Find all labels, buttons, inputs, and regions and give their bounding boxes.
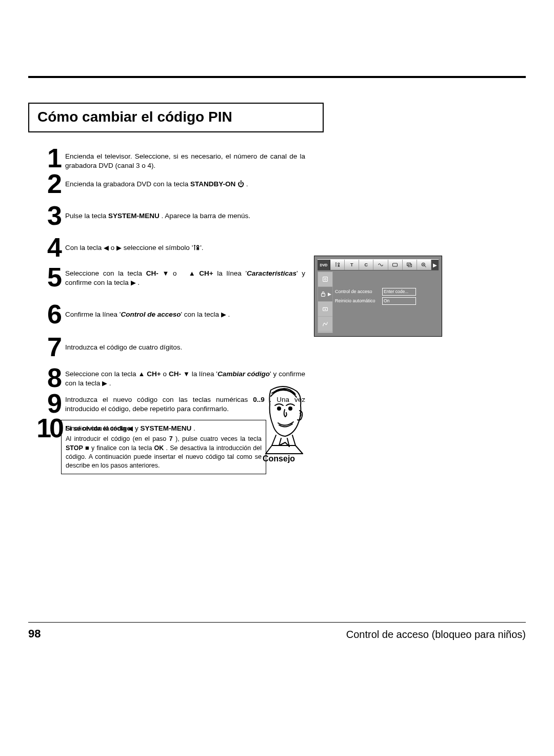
- text: . Aparece la barra de menús.: [160, 212, 250, 220]
- step-text: Encienda el televisor. Seleccione, si es…: [65, 145, 305, 170]
- text: Introduzca el nuevo código con las tecla…: [65, 396, 253, 403]
- key-label: CH+: [199, 269, 213, 277]
- step-text: Introduzca el código de cuatro dígitos.: [65, 334, 305, 352]
- svg-point-9: [324, 278, 326, 280]
- text: '.: [200, 244, 203, 251]
- osd-tab: [373, 260, 388, 270]
- right-icon: ▶: [221, 310, 226, 319]
- osd-arrow-icon: ▶: [431, 260, 439, 270]
- text: Con la tecla: [65, 244, 104, 251]
- right-icon: ▶: [116, 243, 122, 253]
- step-number: 2: [28, 170, 65, 197]
- features-symbol-icon: [193, 244, 200, 251]
- text: Seleccione con la tecla: [65, 370, 138, 378]
- osd-body: Control de acceso Enter code... Reinicio…: [334, 272, 439, 333]
- svg-rect-4: [393, 263, 398, 266]
- section-title-box: Cómo cambiar el código PIN: [28, 103, 324, 132]
- osd-row: Control de acceso Enter code...: [334, 287, 439, 296]
- menu-item: Control de acceso: [121, 311, 181, 318]
- page-number: 98: [28, 627, 41, 641]
- osd-tab: [388, 260, 403, 270]
- down-icon: ▼: [183, 370, 190, 379]
- step-4: 4 Con la tecla ◀ o ▶ seleccione el símbo…: [28, 234, 305, 261]
- osd-tab: [403, 260, 417, 270]
- svg-point-3: [338, 263, 339, 264]
- text: .: [136, 279, 140, 286]
- text: la línea ': [190, 370, 217, 378]
- tip-title: Si se olvida el código: [66, 424, 262, 433]
- osd-tab: [330, 260, 345, 270]
- key-label: SYSTEM-MENU: [108, 212, 160, 220]
- key-label: CH-: [169, 370, 181, 378]
- top-rule: [28, 76, 526, 78]
- osd-sidebar: ▶: [318, 272, 333, 333]
- text: Pulse la tecla: [65, 212, 108, 220]
- step-3: 3 Pulse la tecla SYSTEM-MENU . Aparece l…: [28, 202, 305, 229]
- text: .: [226, 311, 230, 318]
- osd-row-label: Control de acceso: [334, 289, 382, 294]
- key-label: CH-: [146, 269, 159, 277]
- key-label: OK: [154, 444, 164, 452]
- up-icon: ▲: [138, 370, 145, 379]
- text: seleccione el símbolo ': [122, 244, 193, 251]
- step-text: Seleccione con la tecla CH- ▼ o ▲ CH+ la…: [65, 264, 305, 287]
- osd-sidebar-icon: [318, 302, 332, 317]
- step-7: 7 Introduzca el código de cuatro dígitos…: [28, 334, 305, 360]
- svg-point-1: [278, 407, 281, 410]
- osd-dvd-label: DVD: [318, 260, 330, 270]
- osd-menu-bar: DVD T C ▶: [318, 259, 439, 270]
- osd-row-value: Enter code...: [382, 288, 416, 296]
- svg-point-12: [325, 308, 326, 309]
- step-number: 1: [28, 145, 65, 171]
- text: la línea ': [213, 269, 247, 277]
- step-number: 8: [28, 364, 65, 391]
- text: ' con la tecla: [181, 311, 221, 318]
- text: Encienda el televisor. Seleccione, si es…: [65, 152, 305, 169]
- osd-row-label: Reinicio automático: [334, 298, 382, 303]
- right-icon: ▶: [328, 292, 331, 297]
- osd-row: Reinicio automático On: [334, 296, 439, 305]
- step-text: Confirme la línea 'Control de acceso' co…: [65, 301, 305, 319]
- text: Encienda la grabadora DVD con la tecla: [65, 180, 190, 188]
- osd-screenshot: DVD T C ▶ ▶ Control de acceso Enter code…: [314, 256, 442, 337]
- down-icon: ▼: [162, 269, 169, 278]
- step-1: 1 Encienda el televisor. Seleccione, si …: [28, 145, 305, 171]
- tip-illustration: [261, 385, 307, 457]
- key-label: STOP: [66, 444, 83, 452]
- step-number: 4: [28, 234, 65, 261]
- step-text: Encienda la grabadora DVD con la tecla S…: [65, 170, 305, 189]
- text: .: [107, 379, 111, 387]
- text: Confirme la línea ': [65, 311, 121, 318]
- left-icon: ◀: [104, 243, 109, 253]
- step-number: 10: [28, 415, 65, 441]
- key-label: CH+: [147, 370, 161, 378]
- osd-sidebar-icon-selected: ▶: [318, 287, 332, 302]
- step-number: 7: [28, 334, 65, 360]
- step-ref: 7: [169, 435, 173, 442]
- svg-point-0: [197, 245, 199, 247]
- text: o: [161, 370, 169, 378]
- tip-box: Si se olvida el código Al introducir el …: [61, 420, 266, 474]
- osd-tab: C: [359, 260, 373, 270]
- step-number: 5: [28, 264, 65, 290]
- text: Seleccione con la tecla: [65, 269, 146, 277]
- text: .: [244, 180, 248, 188]
- key-label: STANDBY-ON: [190, 180, 235, 188]
- text: o: [109, 244, 116, 251]
- text: o: [169, 269, 181, 277]
- right-icon: ▶: [131, 278, 136, 287]
- step-text: Pulse la tecla SYSTEM-MENU . Aparece la …: [65, 202, 305, 221]
- osd-tab: [417, 260, 431, 270]
- footer-rule: [28, 622, 526, 623]
- svg-rect-8: [323, 277, 328, 282]
- svg-point-2: [289, 407, 292, 410]
- menu-item: Cambiar código: [217, 370, 270, 378]
- menu-item: Características: [247, 269, 296, 277]
- text: Introduzca el código de cuatro dígitos.: [65, 343, 182, 351]
- osd-row-value: On: [382, 297, 416, 305]
- osd-tab: T: [345, 260, 359, 270]
- step-text: Con la tecla ◀ o ▶ seleccione el símbolo…: [65, 234, 305, 253]
- step-number: 3: [28, 202, 65, 229]
- power-icon: ⏻: [238, 180, 244, 189]
- stop-icon: ■: [85, 443, 89, 453]
